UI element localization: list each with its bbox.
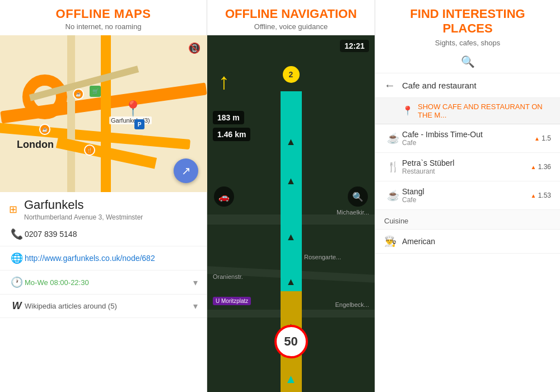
map-poi-1[interactable]: ☕ [73, 88, 84, 100]
cuisine-chef-icon: 👨‍🍳 [384, 235, 402, 248]
place-info-2: Petra`s Stüberl Restaurant [402, 158, 530, 175]
website-url: http://www.garfunkels.co.uk/node/682 [25, 254, 198, 263]
panel-offline-navigation: OFFLINE NAVIGATION Offline, voice guidan… [207, 0, 375, 392]
phone-icon: 📞 [9, 228, 25, 240]
nav-label-moritzplatz: U Moritzplatz [213, 297, 251, 305]
search-icon: 🔍 [352, 192, 363, 202]
category-title: Cafe and restaurant [402, 81, 477, 90]
place-dist-3: ▲ 1.53 [530, 192, 551, 199]
nav-search-button[interactable]: 🔍 [348, 186, 368, 207]
map-road-v1 [101, 35, 111, 192]
place-info-3: Stangl Cafe [402, 187, 530, 204]
phone-number: 0207 839 5148 [25, 230, 198, 239]
nav-step-num: 2 [283, 66, 300, 83]
nav-arrow-2: ▲ [286, 175, 296, 187]
map-poi-2[interactable]: ☕ [39, 124, 50, 135]
place-info-1: Cafe - Imbiss Time-Out Cafe [402, 130, 534, 147]
panel1-subtitle: No internet, no roaming [4, 22, 202, 31]
place-list: ☕ Cafe - Imbiss Time-Out Cafe ▲ 1.5 🍴 Pe… [375, 124, 560, 392]
place-item-1[interactable]: ☕ Cafe - Imbiss Time-Out Cafe ▲ 1.5 [375, 124, 560, 153]
cup-icon-1: ☕ [387, 133, 399, 144]
offline-map[interactable]: London ☕ ☕ 🍴 📍 Garfunkels (3) 🛒 P 📵 ↗ [0, 35, 207, 192]
nav-speed-limit: 50 [274, 325, 308, 358]
panel-offline-maps: OFFLINE MAPS No internet, no roaming Lon… [0, 0, 207, 392]
place-info-panel: ⊞ Garfunkels Northumberland Avenue 3, We… [0, 192, 207, 392]
place-type-1: Cafe [402, 139, 534, 147]
nav-distance-km: 1.46 km [213, 128, 250, 141]
cuisine-section-label: Cuisine [384, 217, 408, 225]
map-pin-garfunkels[interactable]: 📍 [123, 100, 143, 118]
panel1-header: OFFLINE MAPS No internet, no roaming [0, 0, 207, 35]
wifi-off-icon: 📵 [188, 42, 200, 54]
place-name-3: Stangl [402, 187, 530, 196]
place-name: Garfunkels [24, 198, 143, 212]
show-on-map-row[interactable]: 📍 SHOW CAFE AND RESTAURANT ON THE M... [375, 98, 560, 124]
nav-car-button[interactable]: 🚗 [214, 186, 234, 207]
place-address: Northumberland Avenue 3, Westminster [24, 213, 143, 221]
hours-chevron-icon[interactable]: ▾ [193, 277, 198, 288]
panel3-title: FIND INTERESTING PLACES [380, 7, 556, 36]
panel3-subtitle: Sights, cafes, shops [380, 39, 556, 47]
cup-icon-3: ☕ [387, 190, 399, 201]
navigation-fab[interactable]: ↗ [174, 158, 198, 183]
nav-arrow-3: ▲ [286, 231, 296, 243]
wikipedia-icon: W [9, 300, 25, 312]
fork-icon-2: 🍴 [387, 161, 399, 172]
place-icon-2: 🍴 [384, 161, 402, 173]
panel-find-places: FIND INTERESTING PLACES Sights, cafes, s… [375, 0, 560, 392]
location-icon: 📍 [402, 105, 413, 116]
map-label-garfunkels: Garfunkels (3) [109, 116, 152, 124]
place-icon-1: ☕ [384, 132, 402, 144]
search-icon: 🔍 [461, 55, 475, 68]
dist-arrow-2: ▲ [530, 164, 536, 170]
map-road-v2 [67, 35, 75, 192]
map-parking-icon: P [134, 119, 144, 129]
hours-row[interactable]: 🕐 Mo-We 08:00-22:30 ▾ [0, 270, 207, 295]
cuisine-american-label: American [402, 237, 435, 246]
cuisine-section-header: Cuisine [375, 210, 560, 230]
category-back-row[interactable]: ← Cafe and restaurant [375, 73, 560, 98]
place-dist-2: ▲ 1.36 [530, 163, 551, 171]
opening-hours: Mo-We 08:00-22:30 [25, 278, 191, 287]
navigation-map[interactable]: ▲ ▲ ▲ ▲ ▲ 12:21 ↑ 2 183 m 1.46 km 🚗 🔍 Mi… [207, 35, 375, 392]
nav-label-engelbeck: Engelbeck... [335, 301, 369, 308]
panel2-header: OFFLINE NAVIGATION Offline, voice guidan… [207, 0, 375, 35]
nav-label-oranienstr: Oranienstr. [213, 273, 243, 280]
search-bar[interactable]: 🔍 [375, 50, 560, 73]
show-on-map-label: SHOW CAFE AND RESTAURANT ON THE M... [418, 102, 551, 119]
wiki-row[interactable]: W Wikipedia articles around (5) ▾ [0, 295, 207, 318]
wikipedia-articles: Wikipedia articles around (5) [25, 302, 191, 310]
place-title-section: ⊞ Garfunkels Northumberland Avenue 3, We… [0, 192, 207, 222]
panel1-title: OFFLINE MAPS [4, 7, 202, 21]
place-icon-3: ☕ [384, 189, 402, 202]
place-type-3: Cafe [402, 196, 530, 204]
place-item-3[interactable]: ☕ Stangl Cafe ▲ 1.53 [375, 181, 560, 210]
place-name-2: Petra`s Stüberl [402, 158, 530, 167]
place-grid-icon: ⊞ [9, 203, 17, 216]
nav-arrow-1: ▲ [286, 136, 296, 148]
nav-distance-m: 183 m [213, 111, 244, 124]
nav-position-indicator: ▲ [285, 372, 297, 386]
wiki-chevron-icon[interactable]: ▾ [193, 301, 198, 311]
phone-row[interactable]: 📞 0207 839 5148 [0, 222, 207, 246]
map-poi-3[interactable]: 🍴 [84, 144, 95, 156]
navigation-fab-icon: ↗ [181, 164, 191, 178]
nav-label-michaelkirche: Michaelkir... [337, 209, 369, 216]
place-item-2[interactable]: 🍴 Petra`s Stüberl Restaurant ▲ 1.36 [375, 153, 560, 181]
car-icon: 🚗 [218, 192, 230, 202]
place-dist-1: ▲ 1.5 [534, 134, 551, 142]
clock-icon: 🕐 [9, 276, 25, 288]
cuisine-american[interactable]: 👨‍🍳 American [375, 230, 560, 254]
map-green-icon: 🛒 [90, 86, 101, 97]
dist-arrow-1: ▲ [534, 136, 540, 142]
map-label-london: London [17, 139, 54, 151]
nav-arrow-4: ▲ [286, 276, 296, 288]
website-row[interactable]: 🌐 http://www.garfunkels.co.uk/node/682 [0, 246, 207, 270]
nav-label-rosengarten: Rosengarte... [304, 254, 341, 260]
nav-time: 12:21 [340, 40, 369, 52]
nav-turn-arrow: ↑ [218, 69, 230, 94]
panel2-title: OFFLINE NAVIGATION [212, 7, 370, 21]
website-icon: 🌐 [9, 252, 25, 264]
back-arrow-icon[interactable]: ← [384, 79, 395, 92]
place-type-2: Restaurant [402, 167, 530, 175]
